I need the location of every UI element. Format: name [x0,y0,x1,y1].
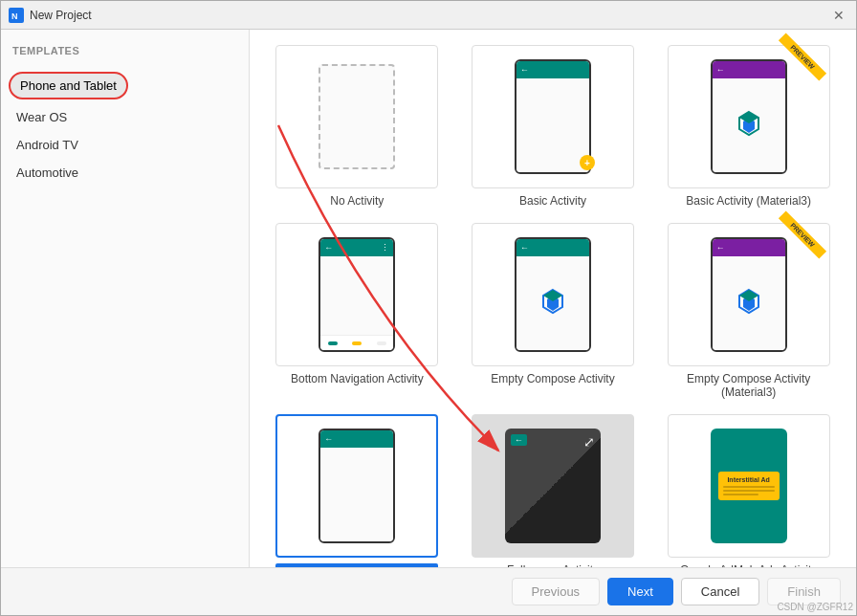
previous-button[interactable]: Previous [512,578,601,605]
empty-compose-preview: ← [472,223,634,366]
sidebar-item-phone-tablet[interactable]: Phone and Tablet [9,72,128,99]
empty-activity-mockup: ← [319,429,395,543]
empty-compose-mockup: ← [515,237,591,352]
sidebar-item-android-tv[interactable]: Android TV [1,131,249,159]
title-bar: N New Project ✕ [1,1,856,30]
sidebar: Templates Phone and Tablet Wear OS Andro… [1,30,250,567]
no-activity-preview [275,45,438,188]
bottom-nav-preview: ← ⋮ [275,223,438,366]
basic-material3-mockup: ← [711,59,787,174]
empty-activity-label: Empty Activity [275,563,438,567]
templates-grid: No Activity ← + Basic Activity [250,30,856,567]
template-empty-activity[interactable]: ← Empty Activity [269,414,446,567]
footer: Previous Next Cancel Finish [1,567,856,615]
svg-marker-10 [739,290,758,301]
template-basic-activity[interactable]: ← + Basic Activity [465,45,642,208]
sidebar-item-wear-os[interactable]: Wear OS [1,103,249,131]
template-no-activity[interactable]: No Activity [269,45,446,208]
svg-marker-7 [543,290,562,301]
sidebar-section-label: Templates [1,37,249,60]
empty-compose-label: Empty Compose Activity [491,372,614,385]
cancel-button[interactable]: Cancel [681,578,759,605]
template-admob[interactable]: Interstitial Ad Google AdMob Ads Activit… [660,414,837,567]
admob-mockup: Interstitial Ad [711,429,787,543]
close-button[interactable]: ✕ [829,6,848,25]
empty-compose-material3-preview: PREVIEW ← [668,223,830,366]
fullscreen-mockup: ← ⤢ [505,429,601,543]
admob-ad-card: Interstitial Ad [718,472,780,500]
basic-material3-label: Basic Activity (Material3) [686,194,811,208]
svg-marker-4 [739,112,758,123]
empty-compose-material3-label: Empty Compose Activity (Material3) [668,372,830,399]
new-project-window: N New Project ✕ Templates Phone and Tabl… [0,0,857,616]
title-bar-text: New Project [30,9,829,22]
next-button[interactable]: Next [607,578,673,605]
template-bottom-nav[interactable]: ← ⋮ Bottom Navigation Activity [269,223,446,399]
fullscreen-preview: ← ⤢ [472,414,634,558]
admob-label: Google AdMob Ads Activity [680,563,817,567]
empty-activity-preview: ← [275,414,438,558]
compose-icon [732,108,766,143]
app-icon: N [9,8,24,23]
no-activity-mockup [319,64,395,169]
template-empty-compose[interactable]: ← Empty Compose Activity [465,223,642,399]
basic-material3-preview: PREVIEW ← [668,45,830,188]
fullscreen-expand-icon: ⤢ [583,434,595,450]
template-basic-material3[interactable]: PREVIEW ← [660,45,837,208]
basic-activity-preview: ← + [472,45,634,188]
svg-text:N: N [11,11,18,21]
bottom-nav-mockup: ← ⋮ [319,237,395,352]
content-area: No Activity ← + Basic Activity [250,30,856,567]
basic-activity-label: Basic Activity [519,194,586,208]
bottom-nav-label: Bottom Navigation Activity [291,372,424,385]
admob-preview: Interstitial Ad [668,414,830,558]
basic-activity-mockup: ← [515,59,591,174]
empty-compose-material3-mockup: ← [711,237,787,352]
template-empty-compose-material3[interactable]: PREVIEW ← [660,223,837,399]
sidebar-item-automotive[interactable]: Automotive [1,159,249,187]
no-activity-label: No Activity [330,194,384,208]
watermark: CSDN @ZGFR12 [777,602,853,612]
fullscreen-label: Fullscreen Activity [507,563,599,567]
bottom-nav-bar [320,335,393,350]
fab-icon: + [580,155,595,170]
template-fullscreen[interactable]: ← ⤢ Fullscreen Activity [465,414,642,567]
main-content: Templates Phone and Tablet Wear OS Andro… [1,30,856,567]
compose-logo-2 [732,286,766,320]
compose-logo [536,286,570,320]
